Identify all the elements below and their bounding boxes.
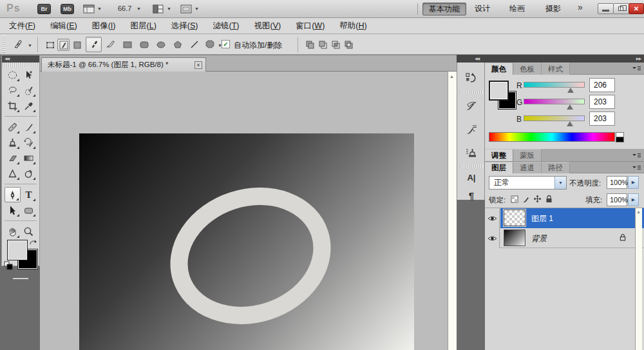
document-image[interactable] (79, 133, 414, 350)
blue-value-field[interactable]: 203 (589, 112, 615, 126)
workspace-design-button[interactable]: 设计 (469, 3, 496, 15)
quick-selection-tool[interactable] (21, 83, 37, 98)
clone-stamp-tool[interactable] (5, 135, 21, 150)
eraser-tool[interactable] (5, 150, 21, 166)
paragraph-panel-icon[interactable]: ¶ (457, 186, 486, 204)
color-panel-menu-icon[interactable] (632, 65, 641, 72)
green-value-field[interactable]: 203 (589, 95, 615, 109)
panel-foreground-swatch[interactable] (490, 82, 507, 99)
blend-mode-select[interactable]: 正常 ▼ (489, 176, 567, 190)
elliptical-marquee-tool[interactable] (5, 67, 21, 83)
pen-tool[interactable] (5, 187, 21, 202)
lock-image-pixels-icon[interactable] (521, 194, 531, 204)
lock-all-icon[interactable] (544, 194, 554, 204)
layers-scroll-up-icon[interactable]: ▲ (636, 209, 641, 214)
options-bar-gripper[interactable] (2, 35, 5, 53)
menu-item-filter[interactable]: 滤镜(T) (213, 18, 239, 34)
view-extras-icon[interactable] (83, 5, 95, 14)
auto-add-delete-label[interactable]: 自动添加/删除 (234, 40, 282, 51)
adjustments-panel-menu-icon[interactable] (632, 152, 641, 159)
green-slider[interactable] (524, 99, 585, 104)
polygon-tool-button[interactable] (169, 37, 185, 52)
red-value-field[interactable]: 206 (589, 78, 615, 92)
character-panel-icon[interactable]: A| (457, 168, 486, 186)
layer-row-background[interactable]: 背景 (485, 228, 644, 248)
layer1-thumbnail[interactable] (504, 209, 526, 226)
opacity-spinner-icon[interactable]: ▶ (628, 176, 639, 189)
tab-adjustments[interactable]: 调整 (485, 149, 513, 161)
paths-mode-icon[interactable] (57, 39, 70, 51)
rounded-rectangle-shape-tool[interactable] (21, 202, 37, 218)
minimize-button[interactable] (598, 3, 614, 14)
shape-layers-mode-icon[interactable] (44, 39, 56, 51)
menu-item-help[interactable]: 帮助(H) (339, 18, 366, 34)
ramp-black-swatch[interactable] (616, 137, 624, 142)
toolbox-bottom-gripper[interactable] (13, 278, 28, 279)
blend-mode-chevron-icon[interactable]: ▼ (554, 177, 566, 189)
arrange-documents-icon[interactable] (153, 5, 164, 14)
lock-position-icon[interactable] (533, 194, 542, 204)
tab-channels[interactable]: 通道 (513, 162, 542, 173)
brush-presets-panel-icon[interactable] (457, 121, 486, 139)
layers-panel-menu-icon[interactable] (632, 164, 641, 171)
dock-gripper[interactable] (460, 164, 483, 168)
brush-tool[interactable] (21, 119, 37, 135)
toolbox-gripper[interactable] (3, 63, 39, 67)
spot-healing-brush-tool[interactable] (5, 119, 21, 135)
swap-colors-icon[interactable] (29, 239, 37, 247)
collapse-panel-dock-icon[interactable]: ▶▶ (636, 55, 641, 63)
menu-item-edit[interactable]: 编辑(E) (50, 18, 77, 34)
canvas-area[interactable] (40, 72, 448, 350)
layer-row-layer1[interactable]: 图层 1 (485, 208, 644, 228)
tab-swatches[interactable]: 色板 (513, 63, 542, 75)
menu-item-select[interactable]: 选择(S) (171, 18, 198, 34)
menu-item-file[interactable]: 文件(F) (9, 18, 35, 34)
screen-mode-dropdown-icon[interactable]: ▼ (194, 6, 199, 11)
custom-shape-tool-button[interactable] (202, 37, 218, 52)
subtract-from-path-area-icon[interactable] (317, 39, 329, 51)
zoom-level-dropdown-icon[interactable]: ▼ (137, 6, 141, 11)
default-colors-icon[interactable] (4, 261, 13, 270)
freeform-pen-tool-button[interactable] (102, 37, 118, 52)
intersect-path-areas-icon[interactable] (330, 39, 342, 51)
workspace-photography-button[interactable]: 摄影 (540, 3, 567, 15)
brush-panel-icon[interactable] (457, 97, 486, 115)
pen-tool-button[interactable] (86, 37, 102, 52)
workspace-essentials-button[interactable]: 基本功能 (422, 3, 466, 15)
background-visibility-toggle[interactable] (485, 228, 500, 248)
burn-tool[interactable] (21, 166, 37, 181)
launch-bridge-button[interactable]: Br (37, 4, 51, 14)
zoom-level-field[interactable]: 66.7 (118, 5, 131, 12)
opacity-value-field[interactable]: 100% (607, 176, 627, 189)
tool-preset-dropdown-icon[interactable]: ▼ (28, 43, 32, 48)
layer1-name[interactable]: 图层 1 (531, 213, 553, 224)
scroll-up-icon[interactable]: ▲ (450, 74, 454, 79)
add-to-path-area-icon[interactable] (304, 39, 316, 51)
canvas-vertical-scrollbar[interactable]: ▲ (448, 72, 457, 350)
hand-tool[interactable] (5, 224, 21, 239)
arrange-documents-dropdown-icon[interactable]: ▼ (167, 6, 171, 11)
auto-add-delete-checkbox[interactable]: ✓ (222, 40, 230, 48)
sharpen-tool[interactable] (5, 166, 21, 181)
red-slider-thumb[interactable] (567, 88, 574, 93)
menu-item-view[interactable]: 视图(V) (254, 18, 281, 34)
eyedropper-tool[interactable] (21, 98, 37, 113)
document-close-icon[interactable]: × (194, 61, 202, 69)
path-selection-tool[interactable] (5, 202, 21, 218)
lock-transparent-pixels-icon[interactable] (509, 194, 519, 204)
fill-spinner-icon[interactable]: ▶ (628, 193, 639, 206)
layers-scrollbar[interactable]: ▲ (635, 208, 642, 350)
line-tool-button[interactable] (186, 37, 202, 52)
launch-mini-bridge-button[interactable]: Mb (61, 4, 74, 14)
dock-gripper[interactable] (460, 91, 483, 94)
background-name[interactable]: 背景 (531, 233, 547, 244)
tab-styles[interactable]: 样式 (542, 63, 570, 75)
tool-preset-pen-icon[interactable] (10, 37, 26, 52)
blue-slider[interactable] (524, 115, 585, 121)
menu-item-window[interactable]: 窗口(W) (296, 18, 325, 34)
expand-icon-dock-icon[interactable]: ◀◀ (475, 55, 479, 63)
type-tool[interactable]: T (21, 187, 37, 202)
background-thumbnail[interactable] (504, 229, 526, 246)
clone-source-panel-icon[interactable] (457, 144, 486, 162)
history-brush-tool[interactable] (21, 135, 37, 150)
